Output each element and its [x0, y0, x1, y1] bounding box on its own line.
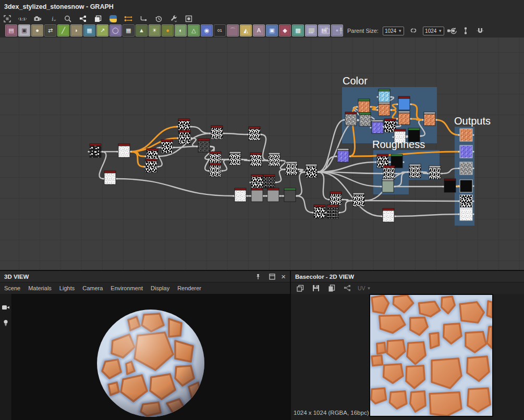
graph-node-graynoise[interactable] — [458, 162, 474, 175]
parent-size-width-select[interactable]: 1024▼ — [383, 27, 404, 35]
link-size-icon[interactable] — [408, 26, 419, 35]
menu-display[interactable]: Display — [151, 285, 169, 291]
history-icon[interactable] — [153, 14, 164, 23]
graph-node-orange[interactable] — [396, 111, 411, 125]
graph-node-purple[interactable] — [458, 145, 474, 158]
bitmap-tile[interactable]: ▤ — [5, 24, 17, 36]
transform-tile[interactable]: ▣ — [266, 24, 278, 36]
pbr-light-tile[interactable]: ☀ — [149, 24, 161, 36]
connection-style-icon[interactable] — [138, 14, 149, 23]
graph-node-noise[interactable] — [227, 152, 242, 165]
graph-node-fine[interactable] — [458, 208, 474, 220]
graph-node-black[interactable] — [442, 179, 457, 192]
graph-node-spots[interactable] — [458, 195, 474, 207]
frame-icon[interactable] — [321, 26, 332, 35]
graph-node-gray[interactable] — [265, 188, 281, 202]
menu-renderer[interactable]: Renderer — [177, 285, 201, 291]
graph-node-noise[interactable] — [328, 192, 343, 205]
curvature-tile[interactable]: △ — [188, 24, 200, 36]
graph-node-black[interactable] — [458, 180, 474, 192]
connect-pair-icon[interactable] — [446, 26, 456, 35]
duplicate-view-icon[interactable] — [295, 283, 306, 293]
menu-lights[interactable]: Lights — [59, 285, 75, 291]
mirror-tile[interactable]: ◭ — [240, 24, 252, 36]
layers-icon[interactable] — [93, 14, 103, 23]
pin-panel-icon[interactable] — [253, 272, 263, 281]
graph-canvas[interactable]: ColorRoughnessOutputs — [0, 38, 524, 270]
graph-node-noise[interactable] — [427, 166, 442, 179]
svg-tile[interactable]: ▣ — [18, 24, 30, 36]
ambient-occlusion-tile[interactable]: ◐ — [175, 24, 187, 36]
graph-node-orange[interactable] — [376, 102, 392, 116]
auto-connect-icon[interactable] — [123, 14, 133, 23]
actual-size-icon[interactable]: 1:1 — [17, 14, 28, 23]
graph-node-spots[interactable] — [177, 130, 192, 144]
parent-size-height-select[interactable]: 1024▼ — [423, 27, 444, 35]
hsl-tile[interactable]: ◉ — [201, 24, 213, 36]
save-icon[interactable] — [311, 283, 321, 293]
graph-node-gray[interactable] — [249, 188, 264, 202]
comment-icon[interactable] — [307, 26, 317, 35]
gradient-map-tile[interactable]: ● — [162, 24, 174, 36]
blur-tile[interactable]: ◗ — [70, 24, 82, 36]
graph-node-noise[interactable] — [208, 163, 223, 177]
graph-node-orange[interactable] — [422, 112, 437, 126]
graph-node-graynoise[interactable] — [343, 112, 358, 126]
graph-node-lines[interactable] — [325, 205, 340, 218]
graph-node-fine[interactable] — [233, 188, 248, 202]
graph-node-fine[interactable] — [102, 171, 117, 184]
warp-tile[interactable]: ↗ — [96, 24, 108, 36]
graph-node-fine[interactable] — [116, 144, 131, 157]
graph-node-darkgray[interactable] — [282, 188, 297, 202]
blend-tile[interactable]: ● — [31, 24, 43, 36]
menu-environment[interactable]: Environment — [111, 285, 143, 291]
link-graph-icon[interactable] — [78, 14, 88, 23]
graph-node-spots[interactable] — [249, 175, 264, 188]
curve-tile[interactable]: ╱ — [57, 24, 69, 36]
copy-icon[interactable] — [326, 283, 337, 293]
uv-mode-select[interactable]: UV▼ — [358, 285, 371, 291]
graph-node-darknoise[interactable] — [196, 139, 211, 152]
align-magnet-icon[interactable] — [475, 26, 485, 35]
python-icon[interactable] — [108, 14, 118, 23]
viewport-2d[interactable]: 1024 x 1024 (RGBA, 16bpc) — [291, 294, 524, 420]
frame-all-icon[interactable] — [2, 14, 13, 23]
camera-view-icon[interactable] — [2, 303, 10, 313]
graph-node-spots[interactable] — [143, 159, 159, 172]
maximize-icon[interactable] — [267, 272, 277, 281]
directional-warp-tile[interactable]: ▦ — [83, 24, 95, 36]
vector-warp-tile[interactable]: ▩ — [292, 24, 304, 36]
normal-tile[interactable]: ◯ — [109, 24, 121, 36]
graph-node-noise[interactable] — [284, 162, 299, 175]
menu-scene[interactable]: Scene — [4, 285, 20, 291]
tools-icon[interactable] — [168, 14, 179, 23]
graph-node-orange[interactable] — [356, 99, 371, 113]
pin-icon[interactable] — [336, 26, 346, 35]
snap-nodes-icon[interactable] — [460, 26, 471, 35]
close-icon[interactable]: × — [281, 273, 286, 280]
graph-node-spots[interactable] — [159, 140, 174, 153]
camera-icon[interactable] — [32, 14, 43, 23]
graph-node-noise[interactable] — [209, 126, 224, 139]
graph-node-purple[interactable] — [335, 149, 350, 162]
graph-node-noise[interactable] — [248, 153, 263, 166]
menu-materials[interactable]: Materials — [28, 285, 52, 291]
viewport-3d[interactable] — [0, 294, 290, 420]
info-icon[interactable]: i — [47, 14, 58, 23]
tile-sampler-tile[interactable]: ▦ — [123, 24, 135, 36]
menu-camera[interactable]: Camera — [82, 285, 103, 291]
graph-node-noise[interactable] — [407, 164, 422, 178]
flood-fill-tile[interactable]: ◆ — [279, 24, 291, 36]
graph-node-spots[interactable] — [303, 164, 319, 178]
graph-node-greenish[interactable] — [380, 179, 395, 192]
graph-node-blue[interactable] — [396, 96, 411, 110]
graph-node-graynoise[interactable] — [357, 113, 372, 126]
height-extrude-tile[interactable]: ▲ — [136, 24, 148, 36]
graph-node-noise[interactable] — [247, 127, 262, 140]
text-tile[interactable]: A — [253, 24, 265, 36]
render-preview-icon[interactable] — [184, 14, 194, 23]
graph-node-fine[interactable] — [381, 208, 396, 222]
graph-node-lines[interactable] — [261, 175, 276, 188]
link-graph-icon[interactable] — [342, 283, 352, 293]
channel-shuffle-tile[interactable]: ⇄ — [44, 24, 56, 36]
